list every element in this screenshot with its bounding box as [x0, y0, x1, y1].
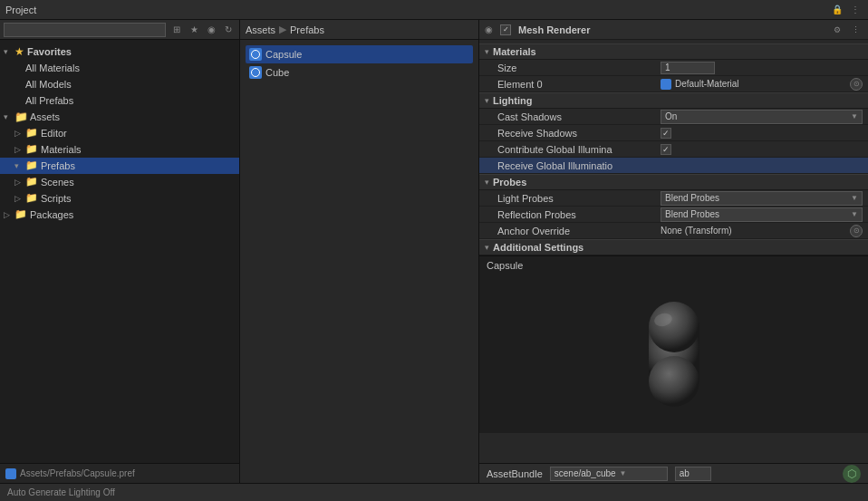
- left-panel: ⊞ ★ ◉ ↻ ▾ ★ Favorites All Materials All …: [0, 20, 240, 483]
- packages-folder-icon: 📁: [14, 208, 27, 221]
- materials-arrow: ▷: [14, 145, 25, 154]
- packages-header[interactable]: ▷ 📁 Packages: [0, 207, 239, 223]
- preview-section: Capsule: [479, 255, 868, 433]
- star-search-icon[interactable]: ★: [187, 23, 201, 37]
- reflection-probes-dropdown[interactable]: Blend Probes ▼: [661, 207, 863, 222]
- search-input[interactable]: [4, 23, 166, 37]
- assets-folder-icon: 📁: [14, 111, 27, 123]
- materials-label: Materials: [41, 144, 82, 155]
- anchor-override-value: None (Transform): [661, 226, 846, 236]
- all-prefabs-label: All Prefabs: [25, 95, 73, 106]
- component-icon2[interactable]: ⋮: [848, 23, 863, 37]
- materials-section-label: Materials: [493, 46, 536, 57]
- favorites-arrow: ▾: [4, 47, 14, 56]
- contribute-value-container: ✓: [661, 144, 863, 155]
- element0-select-btn[interactable]: ⊙: [850, 78, 863, 91]
- lighting-section-arrow: ▾: [485, 96, 489, 105]
- component-icon1[interactable]: ⚙: [830, 23, 844, 37]
- asset-bundle-action-btn[interactable]: ⬡: [843, 465, 861, 483]
- additional-section-header[interactable]: ▾ Additional Settings: [479, 239, 868, 255]
- anchor-override-label: Anchor Override: [497, 226, 661, 236]
- additional-section-arrow: ▾: [485, 243, 489, 252]
- component-icons: ⚙ ⋮: [830, 23, 863, 37]
- assets-label: Assets: [30, 111, 60, 122]
- additional-section-label: Additional Settings: [493, 242, 583, 253]
- contribute-checkbox[interactable]: ✓: [661, 144, 671, 155]
- search-filter-icon[interactable]: ⊞: [169, 23, 184, 37]
- anchor-override-value-container: None (Transform) ⊙: [661, 225, 863, 237]
- light-probes-dropdown[interactable]: Blend Probes ▼: [661, 191, 863, 206]
- asset-bundle-dropdown[interactable]: scene/ab_cube ▼: [550, 467, 668, 481]
- light-probes-row: Light Probes Blend Probes ▼: [479, 190, 868, 207]
- material-dot-icon: [661, 79, 671, 90]
- sidebar-item-scenes[interactable]: ▷ 📁 Scenes: [0, 174, 239, 190]
- cast-shadows-row: Cast Shadows On ▼: [479, 109, 868, 125]
- menu-icon[interactable]: ⋮: [848, 3, 863, 17]
- element0-row: Element 0 Default-Material ⊙: [479, 76, 868, 92]
- breadcrumb-assets[interactable]: Assets: [246, 24, 275, 35]
- asset-bundle-dropdown-arrow: ▼: [620, 469, 627, 477]
- probes-section-arrow: ▾: [485, 178, 489, 187]
- light-probes-value-container: Blend Probes ▼: [661, 191, 863, 206]
- favorites-star-icon: ★: [14, 45, 24, 58]
- size-row: Size: [479, 60, 868, 76]
- reflection-probes-label: Reflection Probes: [497, 209, 661, 220]
- breadcrumb: Assets ▶ Prefabs: [246, 24, 324, 35]
- file-item-cube[interactable]: Cube: [246, 63, 473, 82]
- component-toggle-checkbox[interactable]: ✓: [500, 24, 511, 35]
- receive-shadows-label: Receive Shadows: [497, 128, 661, 139]
- sidebar-item-all-prefabs[interactable]: All Prefabs: [0, 92, 239, 109]
- search-icons: ⊞ ★ ◉ ↻: [169, 23, 236, 37]
- svg-point-1: [649, 302, 699, 352]
- size-label: Size: [497, 63, 661, 73]
- sidebar-item-scripts[interactable]: ▷ 📁 Scripts: [0, 190, 239, 207]
- probes-section-label: Probes: [493, 177, 526, 188]
- asset-bundle-variant-input[interactable]: [675, 467, 711, 481]
- sidebar-item-materials[interactable]: ▷ 📁 Materials: [0, 141, 239, 158]
- prefabs-folder-icon: 📁: [25, 159, 38, 172]
- top-bar-icons: 🔒 ⋮: [830, 3, 863, 17]
- cube-label: Cube: [265, 67, 289, 78]
- packages-arrow: ▷: [4, 210, 14, 219]
- anchor-override-select-btn[interactable]: ⊙: [850, 225, 863, 237]
- packages-label: Packages: [30, 209, 73, 220]
- center-panel: Assets ▶ Prefabs Capsule Cube: [240, 20, 478, 483]
- sidebar-item-all-materials[interactable]: All Materials: [0, 60, 239, 76]
- sidebar-item-prefabs[interactable]: ▾ 📁 Prefabs: [0, 158, 239, 174]
- editor-label: Editor: [41, 128, 67, 139]
- receive-shadows-checkbox[interactable]: ✓: [661, 128, 671, 139]
- refresh-icon[interactable]: ↻: [221, 23, 236, 37]
- capsule-preview-svg: [629, 282, 719, 427]
- element0-label: Element 0: [497, 79, 661, 90]
- assets-arrow: ▾: [4, 112, 14, 121]
- lock-icon[interactable]: 🔒: [830, 3, 844, 17]
- all-models-label: All Models: [25, 79, 72, 90]
- sidebar-item-editor[interactable]: ▷ 📁 Editor: [0, 125, 239, 141]
- cube-prefab-icon: [249, 66, 262, 79]
- size-input[interactable]: [661, 62, 715, 74]
- preview-label: Capsule: [479, 256, 530, 275]
- probes-section-header[interactable]: ▾ Probes: [479, 174, 868, 190]
- breadcrumb-sep1: ▶: [279, 24, 286, 35]
- light-probes-dropdown-arrow: ▼: [851, 194, 858, 202]
- svg-point-2: [649, 356, 699, 407]
- cast-shadows-label: Cast Shadows: [497, 111, 661, 122]
- receive-global-row: Receive Global Illuminatio Light Probes: [479, 158, 868, 174]
- breadcrumb-prefabs[interactable]: Prefabs: [290, 24, 324, 35]
- assets-header[interactable]: ▾ 📁 Assets: [0, 109, 239, 125]
- reflection-probes-dropdown-value: Blend Probes: [665, 209, 719, 219]
- eye-icon[interactable]: ◉: [204, 23, 218, 37]
- sidebar-item-all-models[interactable]: All Models: [0, 76, 239, 92]
- lighting-section-header[interactable]: ▾ Lighting: [479, 92, 868, 109]
- file-item-capsule[interactable]: Capsule: [246, 45, 473, 63]
- prefabs-label: Prefabs: [41, 160, 75, 171]
- cast-shadows-dropdown[interactable]: On ▼: [661, 110, 863, 124]
- scripts-arrow: ▷: [14, 194, 25, 203]
- favorites-header[interactable]: ▾ ★ Favorites: [0, 43, 239, 60]
- element0-value: Default-Material: [675, 79, 846, 89]
- receive-shadows-value-container: ✓: [661, 128, 863, 139]
- preview-canvas: [574, 275, 774, 433]
- prefabs-arrow: ▾: [14, 161, 25, 170]
- inspector-body: ▾ Materials Size Element 0 Default-Mater…: [479, 40, 868, 463]
- materials-section-header[interactable]: ▾ Materials: [479, 43, 868, 60]
